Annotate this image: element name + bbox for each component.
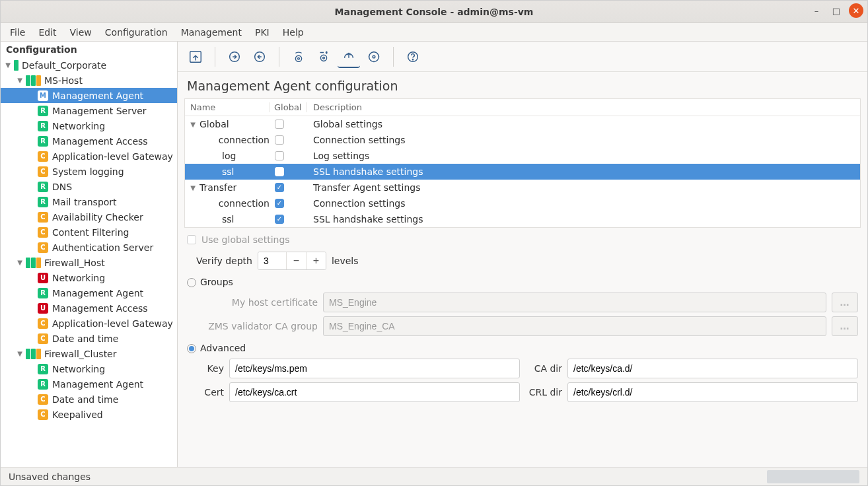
tree-item-management-access[interactable]: UManagement Access [1, 300, 177, 316]
toolbar-commit-icon[interactable] [223, 46, 246, 68]
tree-item-authentication-server[interactable]: CAuthentication Server [1, 240, 177, 255]
component-badge: C [38, 318, 48, 329]
cfg-row-connection[interactable]: connectionConnection settings [185, 195, 860, 211]
tree-item-label: Networking [52, 364, 105, 374]
global-checkbox[interactable] [275, 167, 284, 176]
tree-item-default-corporate[interactable]: ▼Default_Corporate [1, 57, 177, 73]
global-checkbox[interactable] [275, 151, 284, 160]
verify-depth-increment[interactable]: + [306, 252, 326, 269]
tree-item-dns[interactable]: RDNS [1, 179, 177, 194]
toolbar-view-config-icon[interactable] [287, 46, 310, 68]
tree-item-management-server[interactable]: RManagement Server [1, 103, 177, 118]
tree-item-management-agent[interactable]: RManagement Agent [1, 285, 177, 300]
tree-item-management-access[interactable]: RManagement Access [1, 133, 177, 149]
menu-pki[interactable]: PKI [248, 23, 276, 41]
minimize-button[interactable]: – [809, 3, 824, 18]
crl-dir-input[interactable] [567, 382, 858, 402]
status-pill [36, 258, 41, 268]
menu-file[interactable]: File [3, 23, 32, 41]
tree-item-management-agent[interactable]: MManagement Agent [1, 88, 177, 103]
verify-depth-input[interactable] [258, 252, 286, 269]
expander-icon[interactable]: ▼ [15, 77, 24, 84]
expander-icon[interactable]: ▼ [15, 259, 24, 266]
cfg-row-desc: Transfer Agent settings [307, 182, 860, 193]
tree-item-application-level-gateway[interactable]: CApplication-level Gateway [1, 316, 177, 331]
component-badge: C [38, 409, 48, 420]
global-checkbox[interactable] [275, 183, 284, 192]
menu-configuration[interactable]: Configuration [98, 23, 174, 41]
tree-item-ms-host[interactable]: ▼MS-Host [1, 73, 177, 88]
component-badge: R [38, 136, 48, 147]
tree-item-networking[interactable]: RNetworking [1, 118, 177, 133]
groups-section[interactable]: Groups [187, 277, 858, 287]
toolbar-up-icon[interactable] [184, 46, 207, 68]
cfg-row-ssl[interactable]: sslSSL handshake settings [185, 164, 860, 180]
component-badge: M [38, 90, 48, 101]
menu-view[interactable]: View [63, 23, 98, 41]
tree-item-firewall-host[interactable]: ▼Firewall_Host [1, 255, 177, 270]
toolbar-upload-icon[interactable] [338, 46, 360, 68]
tree-item-label: Management Access [52, 303, 148, 314]
cfg-row-log[interactable]: logLog settings [185, 148, 860, 164]
expander-icon[interactable]: ▼ [3, 61, 13, 69]
tree-item-content-filtering[interactable]: CContent Filtering [1, 225, 177, 240]
tree-item-keepalived[interactable]: CKeepalived [1, 407, 177, 422]
expander-icon[interactable]: ▼ [15, 350, 24, 357]
menu-edit[interactable]: Edit [32, 23, 63, 41]
tree-item-system-logging[interactable]: CSystem logging [1, 164, 177, 179]
status-left: Unsaved changes [9, 471, 90, 482]
verify-depth-label: Verify depth [196, 256, 252, 266]
app-window: Management Console - admin@ms-vm – □ ✕ F… [0, 0, 868, 486]
groups-radio[interactable] [187, 278, 196, 287]
status-pill [31, 75, 36, 86]
config-table: Name Global Description ▼GlobalGlobal se… [184, 98, 861, 228]
tree-item-label: Management Server [52, 106, 147, 116]
tree-item-mail-transport[interactable]: RMail transport [1, 194, 177, 209]
col-header-name[interactable]: Name [185, 102, 270, 112]
tree-item-management-agent[interactable]: RManagement Agent [1, 376, 177, 392]
cfg-row-name: connection [219, 198, 270, 209]
tree-item-application-level-gateway[interactable]: CApplication-level Gateway [1, 149, 177, 164]
use-global-settings-checkbox [187, 235, 196, 244]
cert-input[interactable] [229, 382, 520, 402]
verify-depth-row: Verify depth − + levels [196, 252, 858, 270]
col-header-desc[interactable]: Description [307, 102, 860, 112]
tree-item-networking[interactable]: RNetworking [1, 361, 177, 376]
menu-help[interactable]: Help [276, 23, 310, 41]
tree-item-date-and-time[interactable]: CDate and time [1, 392, 177, 407]
tree-item-availability-checker[interactable]: CAvailability Checker [1, 209, 177, 225]
global-checkbox[interactable] [275, 135, 284, 145]
advanced-section[interactable]: Advanced [187, 343, 858, 353]
menu-management[interactable]: Management [174, 23, 248, 41]
toolbar-help-icon[interactable] [402, 46, 424, 68]
tree-item-firewall-cluster[interactable]: ▼Firewall_Cluster [1, 346, 177, 361]
zms-ca-browse: … [832, 316, 858, 336]
expander-icon[interactable]: ▼ [189, 121, 197, 128]
col-header-global[interactable]: Global [270, 102, 307, 112]
verify-depth-decrement[interactable]: − [286, 252, 306, 269]
tree-item-date-and-time[interactable]: CDate and time [1, 331, 177, 346]
global-checkbox[interactable] [275, 215, 284, 224]
window-title: Management Console - admin@ms-vm [1, 7, 867, 17]
component-badge: C [38, 242, 48, 253]
maximize-button[interactable]: □ [829, 3, 844, 18]
advanced-radio[interactable] [187, 344, 196, 353]
cfg-row-name: log [222, 151, 236, 161]
global-checkbox[interactable] [275, 199, 284, 208]
use-global-settings-row: Use global settings [187, 234, 858, 245]
toolbar-gear-control-icon[interactable] [363, 46, 385, 68]
tree-item-networking[interactable]: UNetworking [1, 270, 177, 285]
toolbar-gear-swap-icon[interactable] [312, 46, 335, 68]
close-button[interactable]: ✕ [849, 3, 863, 18]
expander-icon[interactable]: ▼ [189, 184, 197, 191]
cfg-row-transfer[interactable]: ▼TransferTransfer Agent settings [185, 180, 860, 195]
cfg-row-ssl[interactable]: sslSSL handshake settings [185, 211, 860, 227]
toolbar-revert-icon[interactable] [248, 46, 271, 68]
key-input[interactable] [229, 359, 520, 378]
verify-depth-spinner: − + [258, 252, 326, 270]
groups-fields: My host certificate … ZMS validator CA g… [205, 293, 858, 336]
global-checkbox[interactable] [275, 120, 284, 129]
cfg-row-global[interactable]: ▼GlobalGlobal settings [185, 116, 860, 132]
cfg-row-connection[interactable]: connectionConnection settings [185, 132, 860, 148]
ca-dir-input[interactable] [567, 359, 858, 378]
